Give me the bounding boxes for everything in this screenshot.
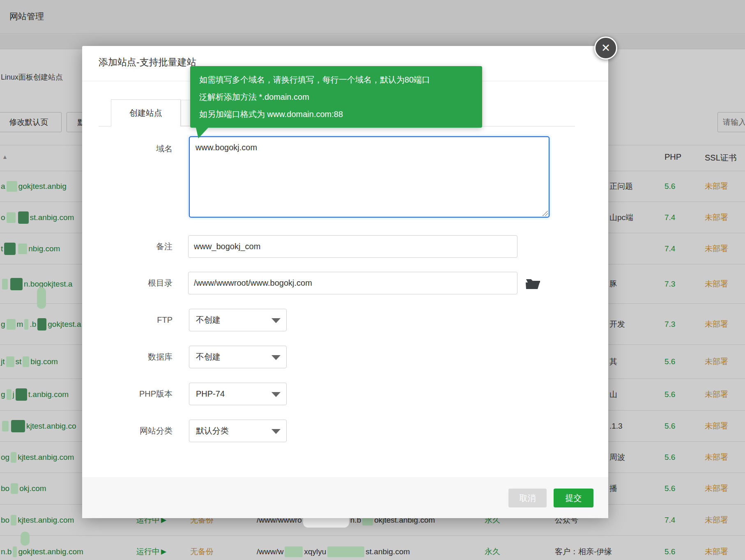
screen: 网站管理 Linux面板创建站点 修改默认页 默认 ▲ PHP SSL证书 ag… [0, 0, 745, 560]
privacy-mask [11, 420, 25, 432]
privacy-mask [10, 278, 23, 290]
domain-label: 域名 [99, 136, 172, 161]
site-category-select[interactable]: 默认分类 [189, 420, 287, 442]
domain-textarea[interactable]: www.bogokj.com [189, 136, 550, 218]
note-input[interactable] [188, 235, 517, 258]
php-version-select[interactable]: PHP-74 [189, 383, 287, 405]
note-label: 备注 [99, 235, 172, 258]
privacy-mask [13, 546, 17, 557]
cancel-button[interactable]: 取消 [508, 489, 547, 507]
tab-create-site[interactable]: 创建站点 [111, 99, 181, 126]
privacy-mask [23, 356, 29, 367]
resize-grip-icon[interactable] [542, 210, 548, 216]
privacy-mask [7, 389, 11, 400]
privacy-mask-blob [37, 287, 46, 309]
php-version-label: PHP版本 [99, 383, 172, 405]
site-category-label: 网站分类 [99, 420, 172, 442]
folder-picker-icon[interactable] [525, 278, 542, 290]
tooltip-line-2: 泛解析添加方法 *.domain.com [199, 88, 473, 106]
ftp-select[interactable]: 不创建 [189, 309, 287, 331]
modal-title: 添加站点-支持批量建站 [99, 56, 196, 69]
privacy-mask [327, 546, 364, 557]
privacy-mask [11, 515, 16, 526]
privacy-mask [18, 211, 29, 224]
privacy-mask [7, 212, 16, 223]
domain-help-tooltip: 如需填写多个域名，请换行填写，每行一个域名，默认为80端口 泛解析添加方法 *.… [190, 66, 482, 128]
privacy-mask [24, 319, 28, 330]
root-dir-input[interactable] [188, 272, 517, 294]
privacy-mask [37, 318, 46, 330]
privacy-mask [6, 356, 14, 367]
privacy-mask [2, 421, 9, 431]
privacy-mask [11, 483, 18, 494]
privacy-mask [18, 243, 27, 254]
php-version-select-value: PHP-74 [196, 389, 225, 399]
privacy-mask [16, 388, 27, 401]
database-select[interactable]: 不创建 [189, 346, 287, 368]
ftp-label: FTP [99, 309, 172, 331]
tooltip-arrow [196, 128, 208, 138]
database-label: 数据库 [99, 346, 172, 368]
site-category-select-value: 默认分类 [196, 425, 229, 436]
privacy-mask-blob [21, 532, 30, 546]
privacy-mask [7, 319, 16, 330]
close-icon[interactable]: ✕ [594, 37, 617, 60]
database-select-value: 不创建 [196, 351, 221, 363]
tooltip-line-3: 如另加端口格式为 www.domain.com:88 [199, 106, 473, 123]
ftp-select-value: 不创建 [196, 314, 221, 326]
privacy-mask [2, 279, 8, 289]
tooltip-line-1: 如需填写多个域名，请换行填写，每行一个域名，默认为80端口 [199, 71, 473, 88]
submit-button[interactable]: 提交 [554, 489, 593, 507]
privacy-mask [7, 181, 17, 192]
privacy-mask [11, 452, 16, 463]
privacy-mask [285, 546, 303, 557]
privacy-mask [4, 243, 16, 255]
root-dir-label: 根目录 [99, 272, 172, 294]
